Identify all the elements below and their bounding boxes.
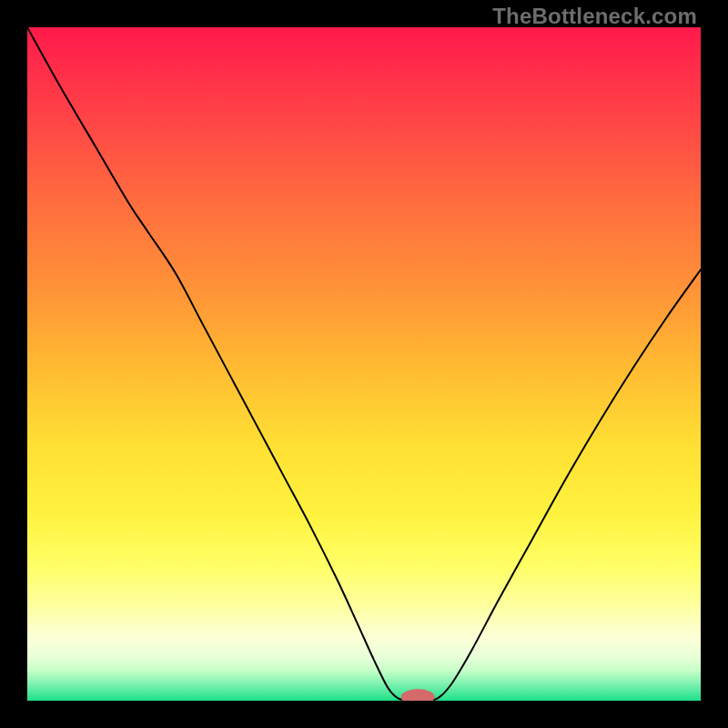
gradient-background bbox=[27, 27, 701, 701]
plot-area bbox=[27, 27, 701, 701]
chart-frame: TheBottleneck.com bbox=[0, 0, 728, 728]
watermark-label: TheBottleneck.com bbox=[492, 4, 697, 29]
bottleneck-chart bbox=[27, 27, 701, 701]
